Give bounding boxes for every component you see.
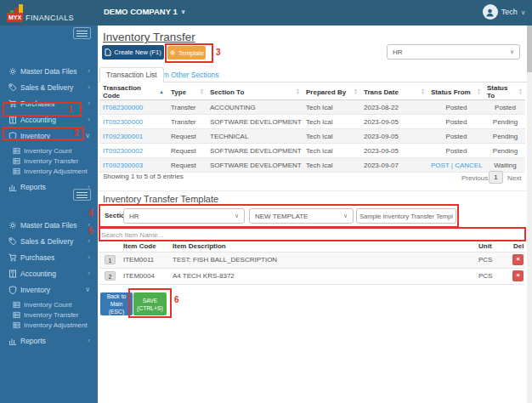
sidebar-item-accounting[interactable]: Accounting ‹ — [0, 267, 98, 280]
sidebar-item-inventory-count[interactable]: Inventory Count — [0, 145, 98, 156]
table-row: IT092300001 Request TECHNICAL Tech Ical … — [99, 129, 525, 144]
chevron-left-icon: ‹ — [88, 83, 90, 91]
sidebar-item-reports[interactable]: Reports ‹ — [0, 334, 98, 347]
chevron-down-icon: ∨ — [521, 9, 525, 15]
gear-icon — [8, 221, 17, 230]
delete-icon: × — [516, 255, 520, 263]
chevron-down-icon: ∨ — [85, 132, 90, 139]
transaction-code-link[interactable]: IT092300001 — [103, 133, 143, 140]
tag-icon — [8, 83, 17, 92]
pagination-page-1[interactable]: 1 — [489, 171, 503, 184]
delete-item-button[interactable]: × — [512, 270, 524, 281]
template-title-input[interactable] — [356, 208, 456, 224]
search-item-input[interactable] — [101, 230, 523, 240]
transaction-code-link[interactable]: IT092300000 — [103, 118, 143, 126]
chevron-left-icon: ‹ — [88, 237, 90, 245]
list-icon — [13, 301, 20, 309]
app-window: MYX FINANCIALS DEMO COMPANY 1 ∨ Tech ∨ M… — [0, 0, 532, 403]
transaction-code-link[interactable]: IT082300000 — [103, 104, 143, 111]
sidebar-item-master-data-files[interactable]: Master Data Files ‹ — [0, 65, 98, 77]
column-header-type[interactable]: Type▲▼ — [167, 84, 207, 100]
sort-icon: ▲▼ — [354, 88, 358, 94]
sidebar-item-inventory-transfer[interactable]: Inventory Transfer — [0, 156, 98, 166]
transactions-table: Transaction Code▲ Type▲▼ Section To▲▼ Pr… — [99, 84, 525, 173]
sidebar-item-inventory[interactable]: Inventory ∨ — [0, 283, 98, 296]
company-name: DEMO COMPANY 1 — [104, 7, 178, 16]
chevron-down-icon: ∨ — [235, 213, 239, 219]
column-header-status-from[interactable]: Status From▲▼ — [427, 84, 484, 100]
column-header-trans-date[interactable]: Trans Date▲▼ — [360, 84, 427, 100]
sidebar-toggle-button[interactable] — [73, 189, 91, 201]
top-navbar: MYX FINANCIALS DEMO COMPANY 1 ∨ Tech ∨ — [0, 0, 532, 26]
sidebar-item-master-data-files[interactable]: Master Data Files ‹ — [0, 219, 98, 231]
column-header-section-to[interactable]: Section To▲▼ — [207, 84, 303, 100]
column-header-status-to[interactable]: Status To▲▼ — [484, 84, 525, 100]
tab-transaction-list[interactable]: Transaction List — [99, 67, 164, 82]
table-row: IT092300003 Request SOFTWARE DEVELOPMENT… — [99, 158, 525, 173]
vertical-scrollbar[interactable] — [527, 26, 532, 403]
item-code: ITEM0011 — [120, 252, 169, 268]
item-unit: PCS — [475, 252, 512, 268]
sidebar-item-label: Reports — [20, 337, 46, 345]
create-new-button[interactable]: Create New (F1) — [102, 45, 164, 60]
sidebar-item-label: Inventory — [20, 132, 50, 140]
template-button[interactable]: Template — [167, 46, 206, 60]
sidebar-item-sales-delivery[interactable]: Sales & Delivery ‹ — [0, 81, 98, 94]
section-divider — [98, 190, 527, 191]
items-header-del: Del — [512, 241, 525, 252]
template-name-select[interactable]: NEW TEMPLATE ∨ — [249, 208, 354, 224]
sidebar-item-label: Accounting — [20, 270, 56, 278]
sidebar-item-label: Inventory — [20, 286, 50, 294]
transaction-code-link[interactable]: IT092300003 — [103, 162, 143, 169]
sidebar-item-inventory[interactable]: Inventory ∨ — [0, 129, 98, 142]
list-icon — [13, 311, 20, 319]
sidebar-toggle-button[interactable] — [73, 27, 91, 39]
sidebar-item-label: Sales & Delivery — [20, 83, 73, 92]
transaction-code-link[interactable]: IT092300002 — [103, 147, 143, 155]
sidebar-item-inventory-transfer[interactable]: Inventory Transfer — [0, 309, 98, 320]
section-filter-select[interactable]: HR ∨ — [387, 44, 520, 60]
post-link[interactable]: POST — [431, 162, 450, 169]
annotation-number-2: 2 — [74, 128, 79, 138]
sidebar-item-sales-delivery[interactable]: Sales & Delivery ‹ — [0, 235, 98, 247]
scrollbar-thumb[interactable] — [527, 26, 532, 72]
item-description: TEST: FISH BALL_DESCRIPTION — [169, 252, 475, 268]
back-to-main-button[interactable]: Back to Main (ESC) — [100, 292, 133, 315]
sidebar-item-inventory-count[interactable]: Inventory Count — [0, 299, 98, 309]
sidebar-item-inventory-adjustment[interactable]: Inventory Adjustment — [0, 320, 98, 330]
cancel-link[interactable]: CANCEL — [455, 162, 482, 169]
sidebar-item-label: Accounting — [20, 116, 56, 124]
sidebar-item-purchases[interactable]: Purchases ‹ — [0, 97, 98, 110]
save-button[interactable]: SAVE (CTRL+S) — [133, 292, 167, 315]
sidebar-item-label: Inventory Count — [24, 301, 71, 309]
sidebar-item-label: Inventory Transfer — [24, 157, 78, 165]
sidebar-item-accounting[interactable]: Accounting ‹ — [0, 113, 98, 126]
sidebar-item-label: Purchases — [20, 253, 54, 262]
sidebar-item-inventory-adjustment[interactable]: Inventory Adjustment — [0, 166, 98, 176]
table-row: IT082300000 Transfer ACCOUNTING Tech Ica… — [99, 100, 525, 115]
column-header-prepared-by[interactable]: Prepared By▲▼ — [303, 84, 360, 100]
list-icon — [13, 157, 20, 165]
template-section-select[interactable]: HR ∨ — [123, 208, 245, 224]
chart-icon — [8, 183, 17, 191]
table-row: IT092300002 Request SOFTWARE DEVELOPMENT… — [99, 144, 525, 158]
item-unit: PCS — [475, 268, 512, 284]
template-items-table: Item Code Item Description Unit Del 1 IT… — [99, 241, 525, 285]
user-menu[interactable]: Tech ∨ — [483, 4, 525, 20]
sort-icon: ▲▼ — [200, 88, 204, 94]
pagination-next[interactable]: Next — [507, 174, 521, 182]
chevron-left-icon: ‹ — [88, 67, 90, 75]
table-header-row: Transaction Code▲ Type▲▼ Section To▲▼ Pr… — [99, 84, 525, 100]
annotation-number-6: 6 — [174, 295, 179, 304]
template-heading: Inventory Transfer Template — [103, 194, 218, 204]
items-header-code: Item Code — [120, 241, 169, 252]
sidebar-item-purchases[interactable]: Purchases ‹ — [0, 251, 98, 264]
app-logo[interactable]: MYX FINANCIALS — [7, 3, 97, 24]
delete-item-button[interactable]: × — [512, 254, 524, 265]
column-header-transaction-code[interactable]: Transaction Code▲ — [99, 84, 167, 100]
chart-icon — [8, 337, 17, 345]
company-selector[interactable]: DEMO COMPANY 1 ∨ — [104, 7, 185, 16]
list-icon — [13, 321, 20, 329]
pagination-previous[interactable]: Previous — [461, 174, 488, 182]
shield-icon — [8, 132, 17, 140]
